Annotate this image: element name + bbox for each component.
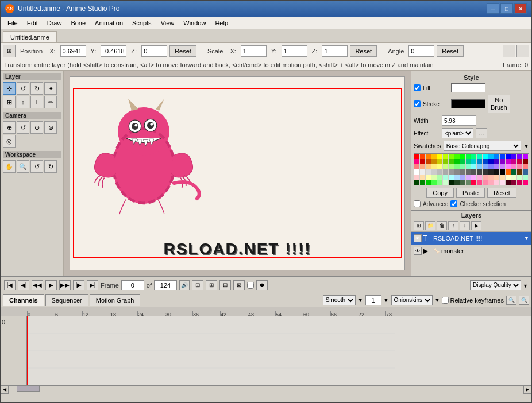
color-cell-95[interactable] (500, 175, 505, 180)
menu-draw[interactable]: Draw (43, 18, 67, 28)
color-cell-10[interactable] (471, 154, 476, 159)
color-cell-114[interactable] (494, 180, 499, 185)
next-frame-button[interactable]: |▶ (73, 280, 84, 290)
color-cell-50[interactable] (471, 164, 476, 169)
color-cell-83[interactable] (431, 175, 437, 180)
color-cell-113[interactable] (488, 180, 494, 185)
color-cell-17[interactable] (511, 154, 516, 159)
color-cell-119[interactable] (523, 180, 528, 185)
color-cell-74[interactable] (494, 169, 499, 175)
color-cell-28[interactable] (460, 159, 465, 164)
color-cell-93[interactable] (488, 175, 494, 180)
color-cell-22[interactable] (426, 159, 431, 164)
position-x-input[interactable] (60, 45, 86, 57)
color-cell-47[interactable] (454, 164, 460, 169)
color-cell-19[interactable] (523, 154, 528, 159)
color-cell-52[interactable] (483, 164, 488, 169)
color-cell-45[interactable] (443, 164, 448, 169)
color-cell-54[interactable] (494, 164, 499, 169)
next-key-button[interactable]: ▶▶ (59, 280, 71, 290)
color-cell-80[interactable] (414, 175, 419, 180)
frame-input[interactable] (121, 280, 144, 290)
color-cell-91[interactable] (477, 175, 482, 180)
color-cell-88[interactable] (460, 175, 465, 180)
prev-frame-button[interactable]: ◀| (18, 280, 29, 290)
color-cell-90[interactable] (471, 175, 476, 180)
interp-input[interactable] (365, 295, 381, 305)
view-options-btn[interactable] (516, 45, 529, 57)
color-cell-35[interactable] (500, 159, 505, 164)
color-cell-6[interactable] (449, 154, 454, 159)
color-cell-64[interactable] (437, 169, 442, 175)
color-cell-100[interactable] (414, 180, 419, 185)
reset-view-tool[interactable]: ↻ (44, 160, 57, 173)
record-button[interactable]: ⏺ (256, 280, 268, 290)
scroll-right-button[interactable]: ▶ (523, 386, 531, 394)
play-button[interactable]: ▶ (45, 280, 57, 290)
color-cell-61[interactable] (420, 169, 425, 175)
layer-vis-text[interactable]: 👁 (414, 234, 422, 242)
color-cell-76[interactable] (506, 169, 511, 175)
color-cell-8[interactable] (460, 154, 465, 159)
color-cell-24[interactable] (437, 159, 442, 164)
tab-channels[interactable]: Channels (3, 294, 44, 306)
color-cell-7[interactable] (454, 154, 460, 159)
go-start-button[interactable]: |◀ (4, 280, 16, 290)
color-cell-96[interactable] (506, 175, 511, 180)
color-cell-110[interactable] (471, 180, 476, 185)
color-cell-75[interactable] (500, 169, 505, 175)
color-cell-55[interactable] (500, 164, 505, 169)
fill-color-swatch[interactable] (451, 83, 485, 92)
loop-checkbox[interactable] (247, 282, 254, 289)
color-cell-29[interactable] (466, 159, 471, 164)
color-cell-37[interactable] (511, 159, 516, 164)
total-frames-input[interactable] (154, 280, 177, 290)
color-cell-30[interactable] (471, 159, 476, 164)
tl-zoom-in-button[interactable]: 🔍 (506, 296, 516, 305)
color-cell-108[interactable] (460, 180, 465, 185)
tab-motion-graph[interactable]: Motion Graph (90, 294, 141, 306)
color-cell-21[interactable] (420, 159, 425, 164)
camera-tool-4[interactable]: ⊛ (44, 121, 57, 134)
effect-settings-button[interactable]: … (476, 128, 487, 138)
camera-tool-2[interactable]: ↺ (17, 121, 29, 134)
color-cell-82[interactable] (426, 175, 431, 180)
color-cell-79[interactable] (523, 169, 528, 175)
audio-button[interactable]: 🔊 (179, 280, 190, 290)
menu-bone[interactable]: Bone (66, 18, 90, 28)
color-cell-77[interactable] (511, 169, 516, 175)
color-cell-116[interactable] (506, 180, 511, 185)
color-cell-31[interactable] (477, 159, 482, 164)
color-cell-89[interactable] (466, 175, 471, 180)
color-cell-32[interactable] (483, 159, 488, 164)
smooth-select[interactable]: Smooth Linear (323, 295, 356, 305)
angle-input[interactable] (408, 45, 434, 57)
view-3-button[interactable]: ⊟ (219, 280, 231, 290)
pan-tool[interactable]: ✋ (3, 160, 16, 173)
position-z-input[interactable] (141, 45, 167, 57)
color-cell-1[interactable] (420, 154, 425, 159)
color-cell-11[interactable] (477, 154, 482, 159)
layers-folder-button[interactable]: 📁 (425, 221, 435, 230)
track-area[interactable] (27, 316, 531, 385)
scale-z-input[interactable] (322, 45, 348, 57)
color-cell-99[interactable] (523, 175, 528, 180)
layer-row-text[interactable]: 👁 T RSLOAD.NET !!!! ▼ (411, 232, 531, 245)
scrollbar-thumb[interactable] (17, 386, 40, 392)
color-cell-18[interactable] (517, 154, 522, 159)
color-cell-94[interactable] (494, 175, 499, 180)
color-cell-40[interactable] (414, 164, 419, 169)
no-brush-button[interactable]: No Brush (488, 95, 510, 113)
text-tool[interactable]: T (30, 96, 43, 108)
canvas-content[interactable]: RSLOAD.NET !!!! (70, 77, 404, 270)
eyedropper-tool[interactable]: ✏ (44, 96, 57, 108)
color-cell-13[interactable] (488, 154, 494, 159)
advanced-checkbox[interactable] (414, 200, 421, 207)
swatches-select[interactable]: Basic Colors.png (444, 141, 521, 151)
color-cell-58[interactable] (517, 164, 522, 169)
position-y-input[interactable] (101, 45, 126, 57)
color-cell-112[interactable] (483, 180, 488, 185)
color-cell-117[interactable] (511, 180, 516, 185)
color-cell-53[interactable] (488, 164, 494, 169)
color-cell-20[interactable] (414, 159, 419, 164)
